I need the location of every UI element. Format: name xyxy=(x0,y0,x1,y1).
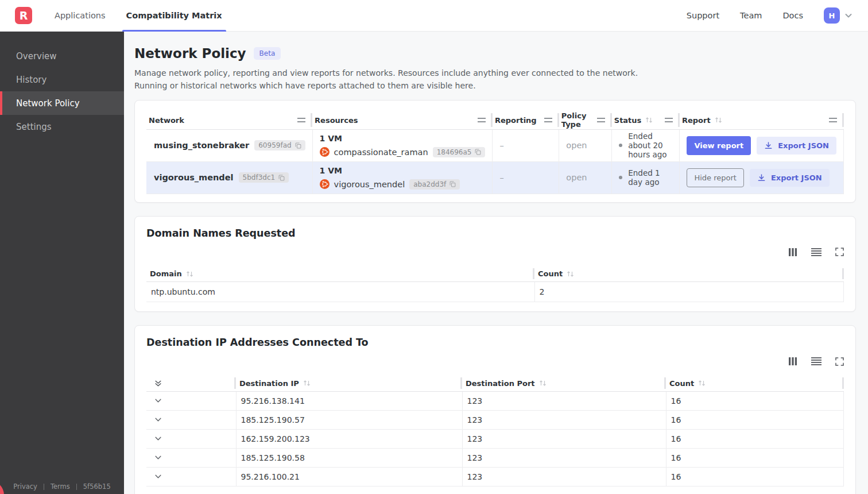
count-value: 16 xyxy=(666,429,844,448)
count-value: 16 xyxy=(666,410,844,429)
download-icon xyxy=(757,173,766,182)
export-json-button[interactable]: Export JSON xyxy=(757,137,836,155)
column-header-count[interactable]: Count xyxy=(534,267,844,282)
network-id-badge: 5bdf3dc1 xyxy=(239,172,289,183)
destination-port-value: 123 xyxy=(462,467,666,486)
reporting-value: – xyxy=(493,129,559,161)
footer-divider xyxy=(76,484,77,490)
tab-applications[interactable]: Applications xyxy=(55,0,106,32)
tab-compatibility-matrix[interactable]: Compatibility Matrix xyxy=(126,0,222,32)
row-expand-icon[interactable] xyxy=(154,454,230,461)
copy-icon[interactable] xyxy=(295,142,301,149)
column-header-expand-all xyxy=(146,376,236,391)
column-resize-handle[interactable] xyxy=(829,118,837,122)
column-label: Destination IP xyxy=(239,379,299,388)
row-expand-icon[interactable] xyxy=(154,416,230,423)
count-value: 2 xyxy=(534,282,844,302)
rows-density-icon[interactable] xyxy=(811,357,822,365)
sort-icon[interactable] xyxy=(715,117,722,124)
sort-icon[interactable] xyxy=(186,271,193,277)
fullscreen-icon[interactable] xyxy=(835,357,844,366)
status-text: Ended about 20 hours ago xyxy=(628,132,672,159)
sidebar-nav: Overview History Network Policy Settings xyxy=(0,32,124,138)
column-label: Report xyxy=(682,116,711,125)
sidebar-item-history[interactable]: History xyxy=(0,68,124,91)
column-label: Reporting xyxy=(495,116,537,125)
column-label: Count xyxy=(669,379,694,388)
column-resize-handle[interactable] xyxy=(665,118,673,122)
expand-all-icon[interactable] xyxy=(154,380,162,387)
column-header-reporting[interactable]: Reporting xyxy=(493,111,559,129)
resource-id-badge: 184696a5 xyxy=(433,147,486,157)
column-header-policy-type[interactable]: Policy Type xyxy=(559,111,612,129)
column-resize-handle[interactable] xyxy=(597,118,605,122)
row-expand-icon[interactable] xyxy=(154,473,230,480)
column-header-count[interactable]: Count xyxy=(666,376,844,391)
primary-tabs: Applications Compatibility Matrix xyxy=(55,0,222,32)
table-toolbar xyxy=(146,356,844,366)
columns-icon[interactable] xyxy=(788,357,797,366)
destination-port-value: 123 xyxy=(462,391,666,410)
destination-ip-value: 162.159.200.123 xyxy=(236,429,462,448)
nav-link-support[interactable]: Support xyxy=(687,11,719,20)
column-header-resources[interactable]: Resources xyxy=(312,111,493,129)
count-value: 16 xyxy=(666,448,844,467)
navbar-right: Support Team Docs H xyxy=(687,7,853,24)
vm-count: 1 VM xyxy=(320,134,486,143)
count-value: 16 xyxy=(666,391,844,410)
column-header-destination-ip[interactable]: Destination IP xyxy=(236,376,462,391)
domain-table: Domain Count ntp.ubuntu.com 2 xyxy=(146,267,844,303)
avatar[interactable]: H xyxy=(824,7,840,24)
column-resize-handle[interactable] xyxy=(297,118,305,122)
destination-row: 95.216.100.21 123 16 xyxy=(146,467,844,486)
rows-density-icon[interactable] xyxy=(811,248,822,256)
chevron-down-icon[interactable] xyxy=(844,11,853,20)
user-menu[interactable]: H xyxy=(824,7,853,24)
destination-row: 162.159.200.123 123 16 xyxy=(146,429,844,448)
hide-report-button[interactable]: Hide report xyxy=(687,168,743,187)
fullscreen-icon[interactable] xyxy=(835,248,844,256)
sort-icon[interactable] xyxy=(567,271,574,277)
row-expand-icon[interactable] xyxy=(154,435,230,442)
sidebar-item-network-policy[interactable]: Network Policy xyxy=(0,91,124,115)
sort-icon[interactable] xyxy=(645,117,653,124)
column-header-domain[interactable]: Domain xyxy=(146,267,534,282)
build-version: 5f56b15 xyxy=(83,483,111,491)
column-resize-handle[interactable] xyxy=(544,118,552,122)
column-label: Policy Type xyxy=(561,111,594,129)
copy-icon[interactable] xyxy=(278,175,285,181)
destination-ip-value: 185.125.190.58 xyxy=(236,448,462,467)
nav-link-docs[interactable]: Docs xyxy=(782,11,803,20)
terms-link[interactable]: Terms xyxy=(51,483,70,491)
column-resize-handle[interactable] xyxy=(478,118,486,122)
column-label: Destination Port xyxy=(466,379,535,388)
page-description: Manage network policy, reporting and vie… xyxy=(134,67,645,92)
vm-count: 1 VM xyxy=(320,166,486,175)
sort-icon[interactable] xyxy=(539,380,547,387)
networks-card: Network Resources Reporting Policy Type … xyxy=(134,100,856,203)
nav-link-team[interactable]: Team xyxy=(740,11,762,20)
sort-icon[interactable] xyxy=(698,380,706,387)
copy-icon[interactable] xyxy=(475,149,481,155)
resource-id-badge: aba2dd3f xyxy=(409,179,460,190)
sidebar-item-settings[interactable]: Settings xyxy=(0,115,124,138)
view-report-button[interactable]: View report xyxy=(687,136,751,155)
export-json-button[interactable]: Export JSON xyxy=(750,169,830,187)
column-header-report[interactable]: Report xyxy=(680,111,844,129)
destination-table: Destination IP Destination Port Count 95… xyxy=(146,376,844,487)
page-header: Network Policy Beta Manage network polic… xyxy=(134,46,856,92)
resource-name: compassionate_raman xyxy=(334,148,428,157)
column-header-destination-port[interactable]: Destination Port xyxy=(462,376,666,391)
sort-icon[interactable] xyxy=(303,380,311,387)
app-logo[interactable]: R xyxy=(15,7,32,24)
columns-icon[interactable] xyxy=(788,248,797,257)
column-label: Count xyxy=(538,269,563,278)
column-header-status[interactable]: Status xyxy=(612,111,680,129)
sidebar-item-overview[interactable]: Overview xyxy=(0,44,124,68)
privacy-link[interactable]: Privacy xyxy=(13,483,37,491)
row-expand-icon[interactable] xyxy=(154,397,230,404)
network-id-badge: 60959fad xyxy=(254,140,305,150)
copy-icon[interactable] xyxy=(450,181,456,187)
destination-ip-value: 185.125.190.57 xyxy=(236,410,462,429)
column-header-network[interactable]: Network xyxy=(146,111,312,129)
